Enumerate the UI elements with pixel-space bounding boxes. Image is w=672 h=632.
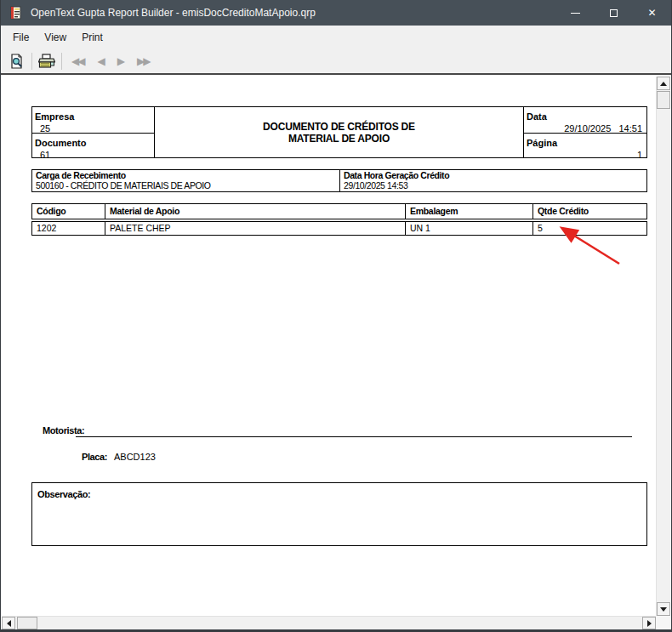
horizontal-scrollbar[interactable] [2,616,656,629]
table-header-embalagem: Embalagem [405,204,532,219]
nav-last-icon[interactable]: ▶▶ [130,54,156,69]
scroll-up-icon [660,82,667,86]
motorista-signature-line [76,436,632,437]
window-controls: ✕ [556,0,671,26]
minimize-icon [571,13,580,14]
table-header-material: Material de Apoio [105,204,405,219]
data-label: Data [527,111,547,122]
table-row: 1202 PALETE CHEP UN 1 5 [31,221,647,236]
data-value: 29/10/2025 14:51 [527,123,644,133]
scroll-right-button[interactable] [642,617,656,629]
table-cell-material: PALETE CHEP [105,222,405,235]
carga-label: Carga de Recebimento [36,171,336,181]
maximize-icon [610,9,618,17]
scroll-down-icon [660,607,667,612]
table-cell-codigo: 1202 [32,222,105,235]
documento-label: Documento [35,138,87,148]
data-cell: Data 29/10/2025 14:51 [524,107,646,133]
app-window: OpenText Gupta Report Builder - emisDocC… [0,0,672,632]
table-cell-embalagem: UN 1 [405,222,532,235]
table-cell-qtde: 5 [532,222,646,235]
empresa-label: Empresa [35,111,74,122]
menu-file[interactable]: File [5,28,37,47]
scroll-up-button[interactable] [657,77,670,90]
print-icon [38,54,55,69]
carga-value: 500160 - CRÉDITO DE MATERIAIS DE APOIO [36,181,336,191]
close-icon: ✕ [647,8,656,18]
nav-first-icon[interactable]: ◀◀ [65,54,90,69]
placa-label: Placa: [82,452,107,462]
observacao-box: Observação: [31,482,647,546]
header-left-box: Empresa 25 Documento 61 [31,106,155,158]
scroll-left-button[interactable] [2,617,15,629]
toolbar: ◀◀ ◀ ▶ ▶▶ [1,49,671,75]
nav-next-icon[interactable]: ▶ [111,54,130,69]
report-preview-page: Empresa 25 Documento 61 DOCUMENTO DE CRÉ… [2,77,656,616]
pagina-value: 1 [527,150,644,158]
app-icon [9,6,23,20]
menu-print[interactable]: Print [74,28,111,47]
close-button[interactable]: ✕ [633,0,671,26]
empresa-cell: Empresa 25 [32,107,154,133]
window-title: OpenText Gupta Report Builder - emisDocC… [31,7,316,19]
toolbar-separator [61,53,62,70]
menubar: File View Print [1,26,671,49]
header-title-box: DOCUMENTO DE CRÉDITOS DE MATERIAL DE APO… [154,106,524,158]
scrollbar-corner [656,616,670,629]
vertical-scroll-thumb[interactable] [657,91,670,109]
scroll-right-icon [647,620,652,627]
minimize-button[interactable] [556,0,595,26]
vertical-scrollbar[interactable] [656,77,670,616]
documento-cell: Documento 61 [32,133,154,158]
datahora-value: 29/10/2025 14:53 [344,181,643,191]
menu-view[interactable]: View [37,28,74,47]
pagina-cell: Página 1 [524,133,646,158]
datahora-cell: Data Hora Geração Crédito 29/10/2025 14:… [340,170,646,191]
table-header-codigo: Código [32,204,105,219]
toolbar-separator [31,53,32,70]
horizontal-scroll-thumb[interactable] [17,617,37,629]
print-preview-icon [9,54,25,69]
pagina-label: Página [527,138,557,148]
titlebar: OpenText Gupta Report Builder - emisDocC… [1,0,671,26]
observacao-label: Observação: [37,489,90,499]
placa-value: ABCD123 [114,452,156,462]
datahora-label: Data Hora Geração Crédito [344,171,643,181]
scroll-left-icon [7,620,11,627]
carga-cell: Carga de Recebimento 500160 - CRÉDITO DE… [32,170,340,191]
nav-prev-icon[interactable]: ◀ [90,54,110,69]
maximize-button[interactable] [595,0,633,26]
print-preview-button[interactable] [5,51,29,71]
table-header-row: Código Material de Apoio Embalagem Qtde … [31,203,647,219]
motorista-label: Motorista: [43,425,84,436]
report-title-line2: MATERIAL DE APOIO [288,133,390,145]
scroll-down-button[interactable] [657,602,670,616]
empresa-value: 25 [35,123,151,133]
report-title: DOCUMENTO DE CRÉDITOS DE MATERIAL DE APO… [155,107,523,157]
report-title-line1: DOCUMENTO DE CRÉDITOS DE [263,121,415,133]
carga-box: Carga de Recebimento 500160 - CRÉDITO DE… [31,169,647,192]
table-header-qtde: Qtde Crédito [532,204,646,219]
print-button[interactable] [35,51,59,71]
documento-value: 61 [35,150,151,158]
header-right-box: Data 29/10/2025 14:51 Página 1 [523,106,647,158]
